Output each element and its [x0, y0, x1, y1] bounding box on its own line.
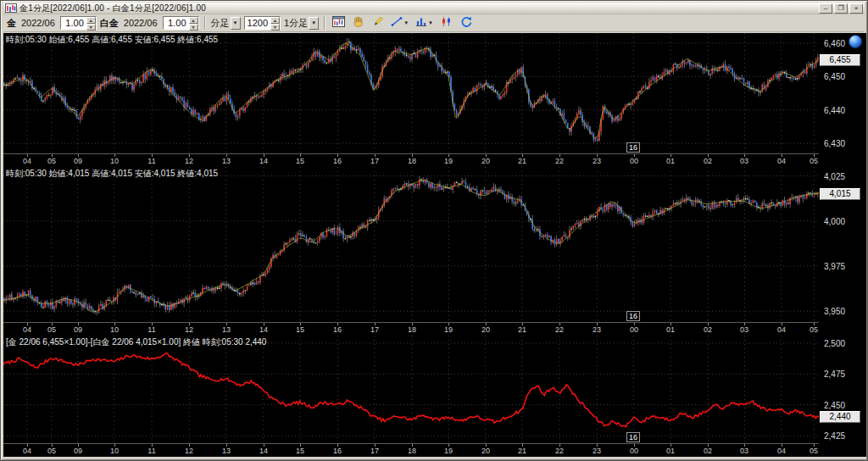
refresh-icon: [460, 16, 472, 30]
time-tick-label: 17: [370, 157, 379, 165]
spinner-arrows[interactable]: ▲▼: [189, 17, 198, 29]
price-tick-label: 6,440: [824, 106, 845, 115]
chart-style-button[interactable]: [438, 15, 454, 31]
date-marker: 16: [626, 432, 640, 442]
quick-menu-button[interactable]: [849, 35, 862, 48]
spin-down-icon[interactable]: ▼: [270, 24, 280, 31]
time-tick-label: 23: [593, 157, 601, 165]
spread-time-axis: 0405091011121314151617181920212223000102…: [3, 443, 819, 457]
close-button[interactable]: ×: [849, 3, 863, 14]
gold-chart-svg: [3, 33, 819, 153]
gold-last-price-badge: 6,455: [820, 54, 860, 66]
spinner-arrows[interactable]: ▲▼: [86, 17, 96, 29]
spin-down-icon[interactable]: ▼: [189, 24, 198, 31]
chart-window-icon: [332, 16, 345, 30]
bar-indicator-button[interactable]: ▼: [414, 15, 435, 31]
time-tick-label: 02: [704, 325, 712, 334]
time-tick-label: 04: [777, 325, 786, 334]
bar-type-select[interactable]: 分足 ▼: [211, 16, 241, 30]
timeframe-value: 1分足: [284, 17, 308, 30]
title-bar[interactable]: 金1分足[2022/06]1.00 - 白金1分足[2022/06]1.00 –…: [3, 3, 865, 14]
time-tick-label: 03: [740, 325, 748, 334]
time-tick-label: 15: [296, 157, 304, 165]
spin-down-icon[interactable]: ▼: [86, 24, 96, 31]
time-tick-label: 04: [23, 447, 31, 455]
time-tick-label: 10: [110, 447, 119, 455]
time-tick-label: 16: [333, 447, 342, 455]
time-tick-label: 11: [147, 325, 155, 334]
time-tick-label: 04: [777, 447, 786, 455]
platinum-last-price-badge: 4,015: [820, 188, 860, 200]
bar-count-value: 1200: [245, 17, 270, 29]
time-tick-label: 20: [481, 447, 490, 455]
time-tick-label: 00: [630, 447, 638, 455]
chevron-down-icon[interactable]: ▼: [403, 20, 409, 25]
time-tick-label: 23: [593, 325, 601, 334]
gold-price-axis: 6,455 6,4606,4506,4406,430: [819, 33, 866, 167]
chevron-down-icon[interactable]: ▼: [231, 17, 241, 30]
time-tick-label: 21: [518, 157, 526, 165]
spin-up-icon[interactable]: ▲: [270, 17, 280, 24]
trendline-tool-icon: [391, 16, 403, 30]
gold-label: 金: [7, 17, 16, 30]
time-tick-label: 22: [555, 447, 564, 455]
bar-count-spinner[interactable]: 1200 ▲▼: [244, 16, 281, 30]
time-tick-label: 23: [593, 447, 601, 455]
platinum-chart-info: 時刻:05:30 始値:4,015 高値:4,015 安値:4,015 終値:4…: [6, 168, 218, 180]
chevron-down-icon[interactable]: ▼: [428, 20, 433, 25]
time-tick-label: 05: [810, 325, 818, 334]
date-marker: 16: [626, 311, 640, 321]
hand-tool-button[interactable]: [350, 15, 366, 31]
gold-contract-field[interactable]: 2022/06: [19, 18, 57, 28]
time-tick-label: 05: [47, 325, 56, 334]
time-tick-label: 04: [23, 325, 31, 334]
toolbar-separator: [324, 16, 326, 30]
time-tick-label: 14: [259, 325, 268, 334]
gold-ratio-spinner[interactable]: 1.00 ▲▼: [60, 16, 97, 30]
maximize-button[interactable]: ❐: [834, 3, 848, 14]
timeframe-select[interactable]: 1分足 ▼: [284, 16, 319, 30]
toolbar: 金 2022/06 1.00 ▲▼ 白金 2022/06 1.00 ▲▼ 分足 …: [3, 14, 865, 32]
time-tick-label: 03: [740, 157, 748, 165]
gold-time-axis: 0405091011121314151617181920212223000102…: [3, 153, 819, 167]
time-tick-label: 19: [444, 325, 453, 334]
gold-plot[interactable]: 時刻:05:30 始値:6,455 高値:6,455 安値:6,455 終値:6…: [3, 33, 819, 153]
time-tick-label: 00: [630, 157, 638, 165]
time-tick-label: 15: [296, 447, 304, 455]
minimize-button[interactable]: –: [819, 3, 832, 14]
platinum-ratio-value: 1.00: [164, 17, 189, 29]
time-tick-label: 18: [408, 325, 416, 334]
trendline-tool-button[interactable]: ▼: [389, 15, 410, 31]
platinum-plot[interactable]: 時刻:05:30 始値:4,015 高値:4,015 安値:4,015 終値:4…: [3, 167, 819, 322]
platinum-ratio-spinner[interactable]: 1.00 ▲▼: [163, 16, 199, 30]
price-tick-label: 6,450: [824, 72, 845, 81]
app-window: 金1分足[2022/06]1.00 - 白金1分足[2022/06]1.00 –…: [0, 0, 868, 461]
time-tick-label: 20: [481, 157, 490, 165]
price-tick-label: 2,450: [824, 401, 845, 410]
price-tick-label: 2,425: [824, 431, 845, 441]
time-tick-label: 01: [666, 325, 675, 334]
chevron-down-icon[interactable]: ▼: [309, 17, 319, 30]
spread-plot[interactable]: [金 22/06 6,455×1.00]-[白金 22/06 4,015×1.0…: [3, 336, 819, 443]
platinum-contract-field[interactable]: 2022/06: [122, 18, 159, 28]
spinner-arrows[interactable]: ▲▼: [270, 17, 280, 29]
time-tick-label: 05: [810, 447, 818, 455]
chart-window-button[interactable]: [331, 15, 347, 31]
pencil-tool-icon: [372, 16, 384, 30]
time-tick-label: 09: [74, 325, 82, 334]
time-tick-label: 16: [333, 325, 342, 334]
spread-price-axis: 2,440 2,5002,4752,4502,425: [819, 336, 866, 457]
platinum-price-axis: 4,015 4,0254,0003,9753,950: [819, 167, 866, 336]
price-tick-label: 2,475: [824, 369, 845, 379]
spin-up-icon[interactable]: ▲: [189, 17, 198, 24]
spin-up-icon[interactable]: ▲: [86, 17, 96, 24]
time-tick-label: 14: [259, 447, 268, 455]
pencil-tool-button[interactable]: [370, 15, 386, 31]
chart-panel-platinum: 時刻:05:30 始値:4,015 高値:4,015 安値:4,015 終値:4…: [3, 167, 866, 336]
time-tick-label: 12: [185, 157, 193, 165]
refresh-button[interactable]: [458, 15, 474, 31]
chart-panel-gold: 時刻:05:30 始値:6,455 高値:6,455 安値:6,455 終値:6…: [3, 33, 866, 167]
time-tick-label: 10: [110, 325, 119, 334]
gold-chart-info: 時刻:05:30 始値:6,455 高値:6,455 安値:6,455 終値:6…: [6, 34, 218, 46]
gold-ratio-value: 1.00: [61, 17, 86, 29]
